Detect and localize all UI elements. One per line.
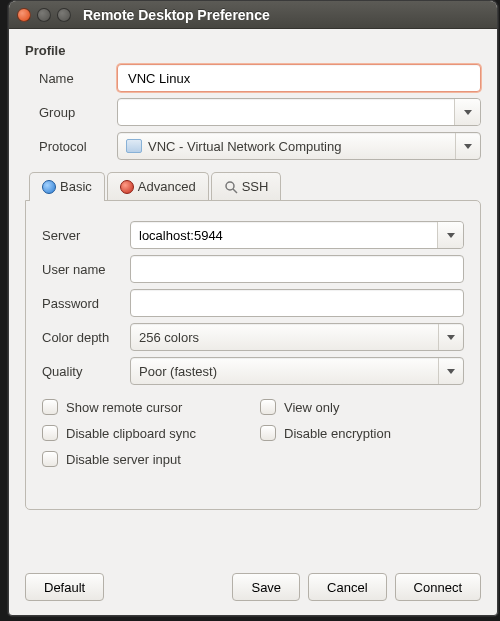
- colordepth-value: 256 colors: [139, 330, 199, 345]
- checkbox-icon: [42, 425, 58, 441]
- info-icon: [42, 180, 56, 194]
- tab-advanced[interactable]: Advanced: [107, 172, 209, 200]
- titlebar: Remote Desktop Preference: [9, 1, 497, 29]
- quality-label: Quality: [42, 364, 130, 379]
- save-button[interactable]: Save: [232, 573, 300, 601]
- group-label: Group: [39, 105, 117, 120]
- checkbox-icon: [260, 425, 276, 441]
- checkbox-icon: [260, 399, 276, 415]
- search-icon: [224, 180, 238, 194]
- checkbox-label: Disable encryption: [284, 426, 391, 441]
- window-frame: Remote Desktop Preference Profile Name G…: [8, 0, 498, 616]
- window-title: Remote Desktop Preference: [83, 7, 270, 23]
- checkbox-icon: [42, 451, 58, 467]
- checkbox-disable-server-input[interactable]: Disable server input: [42, 451, 246, 467]
- checkbox-view-only[interactable]: View only: [260, 399, 464, 415]
- chevron-down-icon: [447, 233, 455, 238]
- cancel-button[interactable]: Cancel: [308, 573, 386, 601]
- colordepth-combo[interactable]: 256 colors: [130, 323, 464, 351]
- colordepth-label: Color depth: [42, 330, 130, 345]
- checkbox-disable-encryption[interactable]: Disable encryption: [260, 425, 464, 441]
- password-input[interactable]: [130, 289, 464, 317]
- password-input-field[interactable]: [139, 295, 455, 312]
- profile-section-header: Profile: [25, 43, 481, 58]
- username-input[interactable]: [130, 255, 464, 283]
- group-input-field[interactable]: [118, 99, 454, 125]
- tab-basic-label: Basic: [60, 179, 92, 194]
- quality-combo[interactable]: Poor (fastest): [130, 357, 464, 385]
- server-input-field[interactable]: [131, 222, 437, 248]
- connect-button[interactable]: Connect: [395, 573, 481, 601]
- footer-button-bar: Default Save Cancel Connect: [9, 563, 497, 615]
- name-input-field[interactable]: [126, 70, 472, 87]
- server-dropdown-button[interactable]: [437, 222, 463, 248]
- svg-line-1: [233, 189, 237, 193]
- tab-ssh-label: SSH: [242, 179, 269, 194]
- protocol-label: Protocol: [39, 139, 117, 154]
- group-combo[interactable]: [117, 98, 481, 126]
- chevron-down-icon: [447, 369, 455, 374]
- tab-ssh[interactable]: SSH: [211, 172, 282, 200]
- password-label: Password: [42, 296, 130, 311]
- name-label: Name: [39, 71, 117, 86]
- username-input-field[interactable]: [139, 261, 455, 278]
- username-label: User name: [42, 262, 130, 277]
- maximize-icon[interactable]: [57, 8, 71, 22]
- chevron-down-icon: [464, 144, 472, 149]
- vnc-protocol-icon: [126, 139, 142, 153]
- chevron-down-icon: [447, 335, 455, 340]
- protocol-combo[interactable]: VNC - Virtual Network Computing: [117, 132, 481, 160]
- checkbox-disable-clipboard-sync[interactable]: Disable clipboard sync: [42, 425, 246, 441]
- protocol-value: VNC - Virtual Network Computing: [148, 139, 341, 154]
- server-combo[interactable]: [130, 221, 464, 249]
- checkbox-show-remote-cursor[interactable]: Show remote cursor: [42, 399, 246, 415]
- checkbox-icon: [42, 399, 58, 415]
- server-label: Server: [42, 228, 130, 243]
- group-dropdown-button[interactable]: [454, 99, 480, 125]
- checkbox-label: Disable clipboard sync: [66, 426, 196, 441]
- checkbox-label: Disable server input: [66, 452, 181, 467]
- checkbox-label: View only: [284, 400, 339, 415]
- warning-icon: [120, 180, 134, 194]
- default-button[interactable]: Default: [25, 573, 104, 601]
- quality-value: Poor (fastest): [139, 364, 217, 379]
- chevron-down-icon: [464, 110, 472, 115]
- minimize-icon[interactable]: [37, 8, 51, 22]
- svg-point-0: [226, 182, 234, 190]
- tab-basic[interactable]: Basic: [29, 172, 105, 200]
- content-area: Profile Name Group Protocol VNC - Virtua…: [9, 29, 497, 522]
- tab-page-basic: Server User name Password: [25, 200, 481, 510]
- checkbox-label: Show remote cursor: [66, 400, 182, 415]
- name-input[interactable]: [117, 64, 481, 92]
- tab-advanced-label: Advanced: [138, 179, 196, 194]
- tab-strip: Basic Advanced SSH: [25, 172, 481, 200]
- close-icon[interactable]: [17, 8, 31, 22]
